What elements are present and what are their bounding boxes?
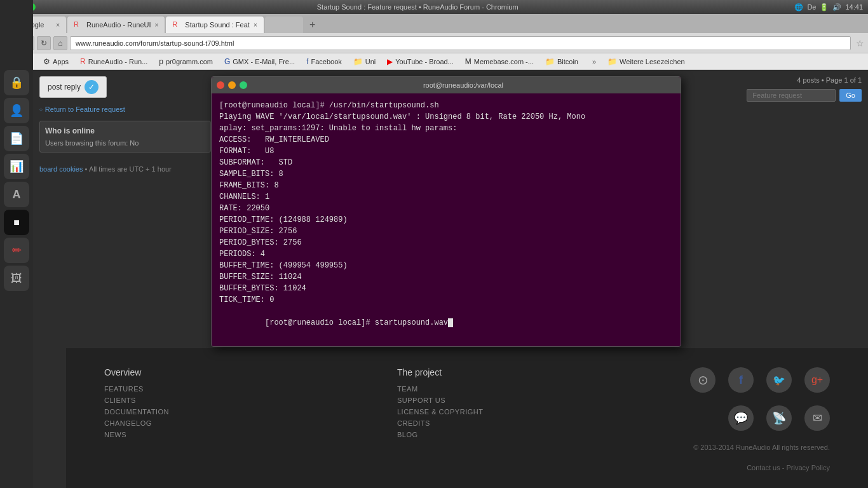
footer-link-clients[interactable]: CLIENTS — [104, 396, 359, 404]
term-line-17: TICK_TIME: 0 — [219, 294, 673, 306]
term-line-3: ACCESS: RW_INTERLEAVED — [219, 134, 673, 146]
privacy-link[interactable]: Privacy Policy — [787, 464, 830, 471]
new-tab-btn[interactable]: + — [304, 17, 321, 33]
term-line-0: [root@runeaudio local]# /usr/bin/startup… — [219, 100, 673, 111]
footer-copyright: © 2013-2014 RuneAudio All rights reserve… — [693, 444, 830, 451]
terminal-title: root@runeaudio:/var/local — [251, 81, 675, 89]
volume-icon: 🔊 — [832, 3, 841, 11]
term-line-11: PERIOD_SIZE: 2756 — [219, 226, 673, 237]
term-line-18: [root@runeaudio local]# startupsound.wav — [219, 306, 673, 340]
clock: 14:41 — [845, 3, 863, 11]
terminal-min-btn[interactable] — [228, 81, 236, 89]
footer-separator: - — [782, 464, 787, 471]
dock-icon-chart[interactable]: 📊 — [4, 154, 29, 179]
dock-icon-user[interactable]: 👤 — [4, 98, 29, 123]
github-icon[interactable]: ⊙ — [690, 367, 715, 393]
googleplus-icon[interactable]: g+ — [804, 367, 830, 393]
os-status-icons: 🌐 De 🔋 🔊 14:41 — [794, 3, 863, 11]
address-row: ◀ ▶ ↻ ⌂ www.runeaudio.com/forum/startup-… — [0, 33, 868, 53]
rss-icon[interactable]: 📡 — [766, 405, 792, 431]
bookmark-label-memebase: Memebase.com -... — [474, 58, 534, 65]
twitter-icon[interactable]: 🐦 — [766, 367, 792, 393]
dock-icon-terminal[interactable]: ■ — [4, 210, 29, 235]
forum-search-input[interactable] — [747, 89, 836, 102]
terminal-max-btn[interactable] — [240, 81, 247, 89]
bookmark-bitcoin[interactable]: 📁 Bitcoin — [540, 55, 583, 69]
email-icon[interactable]: ✉ — [804, 405, 830, 431]
tab-runeaudio[interactable]: R RuneAudio - RuneUI × — [67, 17, 165, 33]
dock-icon-doc[interactable]: 📄 — [4, 126, 29, 151]
terminal-cursor — [448, 318, 453, 327]
footer-link-changelog[interactable]: CHANGELOG — [104, 419, 359, 427]
footer-link-news[interactable]: NEWS — [104, 431, 359, 438]
return-to-feature-link[interactable]: Return to Feature request — [39, 105, 211, 113]
tab-empty[interactable] — [265, 17, 303, 33]
terminal-window[interactable]: root@runeaudio:/var/local [root@runeaudi… — [211, 76, 681, 347]
bookmark-star-icon[interactable]: ☆ — [856, 38, 864, 48]
board-cookies-link[interactable]: board cookies — [39, 165, 83, 173]
footer-project-title: The project — [397, 367, 652, 377]
dock-icon-edit[interactable]: ✏ — [4, 238, 29, 263]
footer-overview-col: Overview FEATURES CLIENTS DOCUMENTATION … — [104, 367, 359, 469]
bookmark-runeaudio[interactable]: R RuneAudio - Run... — [75, 55, 153, 69]
footer-link-license[interactable]: LICENSE & COPYRIGHT — [397, 408, 652, 416]
address-bar[interactable]: www.runeaudio.com/forum/startup-sound-t7… — [70, 36, 851, 50]
post-reply-icon: ✓ — [85, 80, 98, 94]
browser-chrome: G Google × R RuneAudio - RuneUI × R Star… — [0, 14, 868, 70]
contact-link[interactable]: Contact us — [747, 464, 780, 471]
go-button[interactable]: Go — [839, 89, 862, 102]
facebook-icon[interactable]: f — [728, 367, 754, 393]
bookmark-more-btn[interactable]: » — [587, 55, 601, 69]
dock-icon-lock[interactable]: 🔒 — [4, 70, 29, 95]
folder-weitere-icon: 📁 — [607, 57, 617, 66]
tab-close-startup[interactable]: × — [254, 22, 257, 29]
term-line-12: PERIOD_BYTES: 2756 — [219, 237, 673, 248]
bookmark-programm[interactable]: p pr0gramm.com — [154, 55, 218, 69]
bookmark-uni[interactable]: 📁 Uni — [348, 55, 381, 69]
social-row-top: ⊙ f 🐦 g+ — [690, 367, 830, 393]
bookmark-facebook[interactable]: f Facebook — [301, 55, 347, 69]
footer-link-credits[interactable]: CREDITS — [397, 419, 652, 427]
tabs-bar: G Google × R RuneAudio - RuneUI × R Star… — [0, 14, 868, 33]
footer-overview-title: Overview — [104, 367, 359, 377]
tab-startup[interactable]: R Startup Sound : Feat × — [166, 17, 263, 33]
home-btn[interactable]: ⌂ — [53, 36, 67, 50]
dock-icon-image[interactable]: 🖼 — [4, 266, 29, 291]
dock-icon-a[interactable]: A — [4, 182, 29, 207]
footer-link-team[interactable]: TEAM — [397, 385, 652, 393]
address-text: www.runeaudio.com/forum/startup-sound-t7… — [76, 39, 234, 47]
tab-close-runeaudio[interactable]: × — [155, 22, 159, 29]
footer-link-support[interactable]: SUPPORT US — [397, 396, 652, 404]
post-reply-row: post reply ✓ — [39, 76, 211, 98]
terminal-close-btn[interactable] — [217, 81, 224, 89]
apps-icon: ⚙ — [43, 57, 50, 66]
page-footer: Overview FEATURES CLIENTS DOCUMENTATION … — [66, 348, 868, 488]
refresh-btn[interactable]: ↻ — [37, 36, 51, 50]
term-line-4: FORMAT: U8 — [219, 146, 673, 157]
post-reply-button[interactable]: post reply ✓ — [39, 76, 107, 98]
bookmark-gmx[interactable]: G GMX - E-Mail, Fre... — [219, 55, 300, 69]
bookmark-label-programm: pr0gramm.com — [166, 58, 213, 65]
bookmark-youtube[interactable]: ▶ YouTube - Broad... — [382, 55, 459, 69]
bookmark-apps[interactable]: ⚙ Apps — [38, 55, 74, 69]
term-line-2: aplay: set_params:1297: Unable to instal… — [219, 123, 673, 134]
footer-link-blog[interactable]: BLOG — [397, 431, 652, 438]
bookmark-label-apps: Apps — [53, 58, 69, 65]
runeaudio-bm-icon: R — [80, 57, 86, 66]
memebase-icon: M — [465, 57, 471, 66]
footer-project-col: The project TEAM SUPPORT US LICENSE & CO… — [397, 367, 652, 469]
footer-social-col: ⊙ f 🐦 g+ 💬 📡 ✉ © 2013-2014 RuneAudio All… — [690, 367, 830, 469]
bookmarks-bar: ⚙ Apps R RuneAudio - Run... p pr0gramm.c… — [0, 53, 868, 70]
chat-icon[interactable]: 💬 — [728, 405, 754, 431]
gmx-icon: G — [224, 57, 230, 66]
footer-link-documentation[interactable]: DOCUMENTATION — [104, 408, 359, 416]
footer-link-features[interactable]: FEATURES — [104, 385, 359, 393]
tab-close-google[interactable]: × — [56, 22, 60, 29]
users-browsing-text: Users browsing this forum: No — [45, 139, 205, 147]
folder-bitcoin-icon: 📁 — [545, 57, 555, 66]
bookmark-memebase[interactable]: M Memebase.com -... — [460, 55, 539, 69]
bookmark-weitere[interactable]: 📁 Weitere Lesezeichen — [602, 55, 690, 69]
bookmark-label-runeaudio: RuneAudio - Run... — [88, 58, 148, 65]
social-row-bottom: 💬 📡 ✉ — [728, 405, 830, 431]
term-line-6: SAMPLE_BITS: 8 — [219, 168, 673, 180]
